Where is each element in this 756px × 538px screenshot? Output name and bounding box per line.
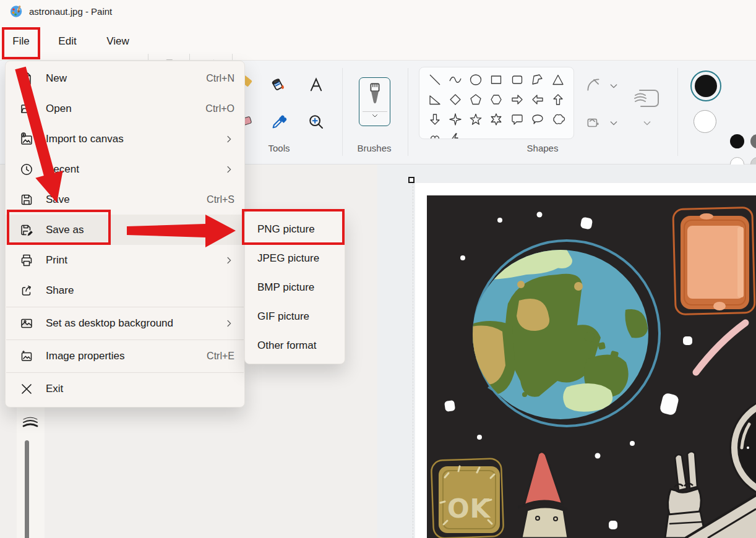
ok-badge: OK: [431, 458, 504, 538]
text-tool[interactable]: [306, 74, 327, 95]
thickness-panel: [17, 405, 45, 538]
annotation-arrow-save-as-to-png: [124, 210, 241, 250]
magnifier-icon: [307, 113, 325, 131]
text-tool-icon: [307, 76, 325, 93]
ok-badge-text: OK: [447, 493, 491, 524]
shape-arrow-left-icon[interactable]: [527, 90, 548, 109]
annotation-arrow-file-to-save-as: [0, 62, 68, 207]
shape-speech-rect-icon[interactable]: [507, 109, 527, 129]
magnifier-tool[interactable]: [306, 111, 327, 132]
shape-fill-button[interactable]: [584, 114, 603, 131]
shape-speech-oval-icon[interactable]: [527, 109, 548, 129]
chevron-down-icon[interactable]: [609, 118, 619, 128]
submenu-item-other-format[interactable]: Other format: [245, 331, 345, 360]
menu-separator: [6, 339, 244, 340]
palette-swatch[interactable]: [730, 134, 744, 148]
ribbon-separator: [408, 68, 408, 156]
menu-separator: [6, 307, 244, 307]
shape-pentagon-icon[interactable]: [466, 90, 486, 109]
shape-five-point-star-icon[interactable]: [466, 109, 486, 129]
menu-item-share[interactable]: Share: [6, 275, 244, 305]
image-properties-icon: [19, 349, 34, 364]
shape-polygon-icon[interactable]: [527, 70, 548, 90]
fill-bucket-tool[interactable]: [268, 74, 289, 95]
menu-item-image-properties[interactable]: Image properties Ctrl+E: [6, 341, 244, 371]
shape-fill-icon: [585, 114, 601, 130]
shape-curve-icon[interactable]: [445, 70, 465, 90]
palette-swatch[interactable]: [750, 134, 756, 148]
shape-oval-icon[interactable]: [466, 70, 486, 90]
ribbon-separator: [677, 68, 678, 156]
shapes-grid: [419, 67, 574, 139]
menu-bar: File Edit View: [0, 22, 756, 60]
submenu-item-bmp-picture[interactable]: BMP picture: [245, 273, 345, 302]
printer-icon: [19, 253, 34, 268]
chevron-down-icon: [371, 112, 379, 119]
view-menu-button[interactable]: View: [100, 28, 135, 55]
canvas-resize-handle[interactable]: [408, 177, 415, 183]
menu-item-exit[interactable]: Exit: [6, 374, 244, 404]
drawing-canvas[interactable]: OK: [415, 183, 756, 538]
window-title: astronaut.jpg - Paint: [29, 6, 112, 17]
shapes-section-label: Shapes: [527, 143, 559, 153]
canvas-edge-guide: [413, 183, 414, 538]
desktop-background-icon: [19, 316, 34, 331]
annotation-box-png-picture: [242, 209, 345, 245]
shape-heart-icon[interactable]: [424, 129, 445, 139]
thickness-waves-icon[interactable]: [22, 415, 39, 431]
shape-line-icon[interactable]: [424, 70, 445, 90]
shape-outline-icon: [585, 77, 601, 93]
shape-outline-button[interactable]: [584, 76, 603, 93]
shape-arrow-up-icon[interactable]: [548, 90, 569, 109]
submenu-item-gif-picture[interactable]: GIF picture: [245, 302, 345, 331]
brush-icon: [366, 82, 384, 109]
ribbon-separator: [342, 68, 343, 156]
chevron-down-icon[interactable]: [642, 118, 652, 128]
shape-right-triangle-icon[interactable]: [424, 90, 445, 109]
tablet-doodle: [673, 207, 755, 314]
shape-rectangle-icon[interactable]: [486, 70, 507, 90]
menu-separator: [6, 372, 244, 373]
menu-item-set-as-desktop-background[interactable]: Set as desktop background: [6, 308, 244, 338]
shape-rounded-rectangle-icon[interactable]: [507, 70, 527, 90]
edit-menu-button[interactable]: Edit: [52, 28, 83, 55]
tools-section-label: Tools: [268, 143, 290, 153]
shape-diamond-icon[interactable]: [445, 90, 465, 109]
submenu-chevron-icon: [223, 255, 234, 266]
submenu-chevron-icon: [223, 134, 234, 145]
thickness-slider[interactable]: [25, 440, 29, 538]
submenu-item-jpeg-picture[interactable]: JPEG picture: [245, 244, 345, 273]
astronaut-artwork: OK: [415, 183, 756, 538]
chevron-down-icon[interactable]: [609, 81, 619, 91]
submenu-chevron-icon: [223, 164, 234, 175]
color2-swatch[interactable]: [694, 110, 716, 133]
shape-arrow-down-icon[interactable]: [424, 109, 445, 129]
exit-icon: [19, 382, 34, 396]
brushes-section-label: Brushes: [357, 143, 391, 153]
shape-lightning-icon[interactable]: [445, 129, 465, 139]
shape-thought-cloud-icon[interactable]: [548, 109, 569, 129]
annotation-box-save-as: [7, 210, 111, 245]
color1-swatch[interactable]: [690, 70, 721, 101]
shape-four-point-star-icon[interactable]: [445, 109, 465, 129]
eyedropper-icon: [270, 113, 288, 131]
canvas-texture-button[interactable]: [631, 85, 662, 111]
canvas-texture-icon: [632, 87, 661, 110]
shape-triangle-icon[interactable]: [548, 70, 569, 90]
paint-logo-icon: [10, 4, 24, 18]
fill-bucket-icon: [269, 75, 288, 94]
shape-hexagon-icon[interactable]: [486, 90, 507, 109]
color1-fill: [695, 75, 717, 97]
shape-six-point-star-icon[interactable]: [486, 109, 507, 129]
share-icon: [19, 283, 34, 298]
annotation-box-file: [2, 27, 40, 59]
shape-arrow-right-icon[interactable]: [507, 90, 527, 109]
eyedropper-tool[interactable]: [268, 111, 290, 132]
title-bar: astronaut.jpg - Paint: [0, 0, 756, 22]
submenu-chevron-icon: [223, 318, 234, 329]
brushes-button[interactable]: [359, 77, 390, 126]
